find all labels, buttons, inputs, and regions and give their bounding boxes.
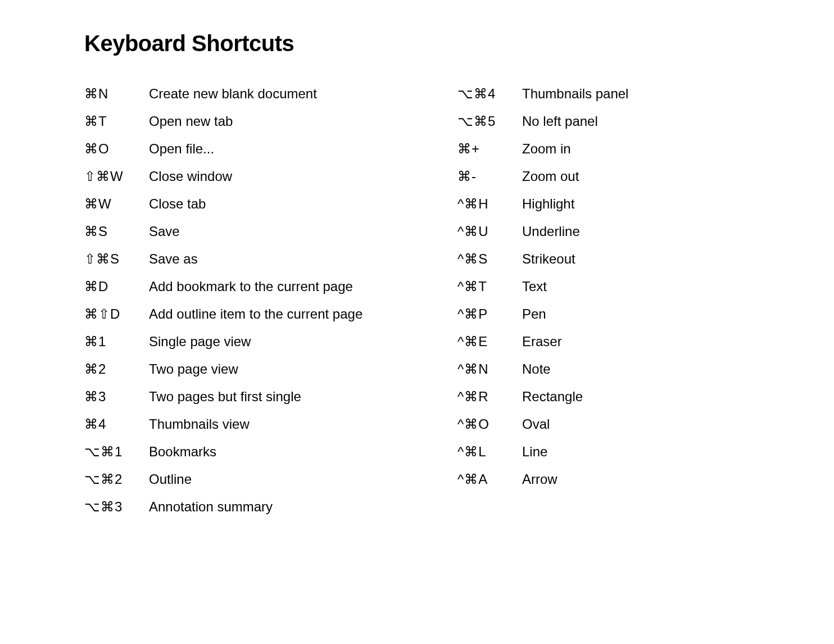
shortcut-row: ⌥⌘5No left panel	[457, 115, 750, 128]
shortcut-keys: ^⌘S	[457, 252, 522, 266]
shortcuts-page: Keyboard Shortcuts ⌘NCreate new blank do…	[0, 0, 834, 644]
shortcut-description: Zoom out	[522, 170, 579, 183]
shortcut-row: ^⌘NNote	[457, 362, 750, 376]
shortcut-row: ^⌘EEraser	[457, 335, 750, 348]
shortcut-row: ⇧⌘WClose window	[84, 170, 421, 183]
shortcut-keys: ^⌘P	[457, 307, 522, 321]
page-title: Keyboard Shortcuts	[84, 31, 750, 56]
shortcut-row: ⌘⇧DAdd outline item to the current page	[84, 307, 421, 321]
shortcut-row: ^⌘TText	[457, 280, 750, 293]
shortcut-description: Close tab	[149, 197, 206, 211]
shortcut-description: Two page view	[149, 362, 238, 376]
shortcut-keys: ⌥⌘3	[84, 500, 149, 514]
shortcut-keys: ⌘W	[84, 197, 149, 211]
shortcut-description: Text	[522, 280, 547, 293]
shortcut-description: Save as	[149, 252, 198, 266]
shortcut-row: ^⌘HHighlight	[457, 197, 750, 211]
shortcut-description: Single page view	[149, 335, 251, 348]
shortcut-description: Open file...	[149, 142, 214, 156]
shortcut-keys: ⌘-	[457, 170, 522, 183]
shortcut-row: ^⌘UUnderline	[457, 225, 750, 238]
shortcut-description: Annotation summary	[149, 500, 273, 514]
shortcut-keys: ⌘⇧D	[84, 307, 149, 321]
shortcut-keys: ^⌘R	[457, 390, 522, 403]
shortcut-keys: ⇧⌘W	[84, 170, 149, 183]
shortcut-keys: ^⌘O	[457, 418, 522, 431]
shortcut-row: ⌘OOpen file...	[84, 142, 421, 156]
shortcut-keys: ^⌘E	[457, 335, 522, 348]
shortcut-row: ⌘DAdd bookmark to the current page	[84, 280, 421, 293]
shortcut-row: ⌘TOpen new tab	[84, 115, 421, 128]
shortcut-row: ^⌘LLine	[457, 445, 750, 459]
shortcut-description: Create new blank document	[149, 87, 317, 101]
shortcut-description: Zoom in	[522, 142, 571, 156]
shortcut-keys: ⌥⌘2	[84, 473, 149, 486]
shortcut-keys: ⌘T	[84, 115, 149, 128]
shortcut-description: Arrow	[522, 473, 557, 486]
shortcut-row: ⌘+Zoom in	[457, 142, 750, 156]
shortcut-columns: ⌘NCreate new blank document⌘TOpen new ta…	[84, 87, 750, 528]
shortcut-row: ^⌘PPen	[457, 307, 750, 321]
shortcut-row: ⌥⌘1Bookmarks	[84, 445, 421, 459]
shortcut-row: ^⌘OOval	[457, 418, 750, 431]
shortcut-description: Thumbnails view	[149, 418, 250, 431]
shortcut-keys: ⌘2	[84, 362, 149, 376]
shortcut-keys: ^⌘H	[457, 197, 522, 211]
shortcut-keys: ^⌘T	[457, 280, 522, 293]
shortcut-row: ⌥⌘2Outline	[84, 473, 421, 486]
shortcut-column-right: ⌥⌘4Thumbnails panel⌥⌘5No left panel⌘+Zoo…	[457, 87, 750, 528]
shortcut-description: Bookmarks	[149, 445, 216, 459]
shortcut-keys: ^⌘A	[457, 473, 522, 486]
shortcut-keys: ⌥⌘5	[457, 115, 522, 128]
shortcut-description: Note	[522, 362, 551, 376]
shortcut-keys: ⌘+	[457, 142, 522, 156]
shortcut-row: ⌥⌘3Annotation summary	[84, 500, 421, 514]
shortcut-description: Pen	[522, 307, 546, 321]
shortcut-row: ⌘1Single page view	[84, 335, 421, 348]
shortcut-keys: ⌘4	[84, 418, 149, 431]
shortcut-keys: ⌘N	[84, 87, 149, 101]
shortcut-row: ⌘SSave	[84, 225, 421, 238]
shortcut-keys: ^⌘U	[457, 225, 522, 238]
shortcut-keys: ⌘3	[84, 390, 149, 403]
shortcut-row: ⌘3Two pages but first single	[84, 390, 421, 403]
shortcut-description: Add bookmark to the current page	[149, 280, 353, 293]
shortcut-row: ^⌘RRectangle	[457, 390, 750, 403]
shortcut-row: ^⌘SStrikeout	[457, 252, 750, 266]
shortcut-description: Rectangle	[522, 390, 583, 403]
shortcut-row: ⌘NCreate new blank document	[84, 87, 421, 101]
shortcut-description: Strikeout	[522, 252, 575, 266]
shortcut-keys: ⇧⌘S	[84, 252, 149, 266]
shortcut-row: ^⌘AArrow	[457, 473, 750, 486]
shortcut-description: Highlight	[522, 197, 574, 211]
shortcut-description: Close window	[149, 170, 232, 183]
shortcut-description: Eraser	[522, 335, 562, 348]
shortcut-keys: ⌘D	[84, 280, 149, 293]
shortcut-keys: ^⌘N	[457, 362, 522, 376]
shortcut-keys: ⌘O	[84, 142, 149, 156]
shortcut-keys: ⌥⌘1	[84, 445, 149, 459]
shortcut-row: ⌥⌘4Thumbnails panel	[457, 87, 750, 101]
shortcut-description: Oval	[522, 418, 550, 431]
shortcut-description: Two pages but first single	[149, 390, 301, 403]
shortcut-description: Add outline item to the current page	[149, 307, 362, 321]
shortcut-description: Save	[149, 225, 180, 238]
shortcut-row: ⌘-Zoom out	[457, 170, 750, 183]
shortcut-row: ⇧⌘SSave as	[84, 252, 421, 266]
shortcut-description: Line	[522, 445, 547, 459]
shortcut-description: Thumbnails panel	[522, 87, 628, 101]
shortcut-keys: ⌥⌘4	[457, 87, 522, 101]
shortcut-description: Outline	[149, 473, 192, 486]
shortcut-row: ⌘4Thumbnails view	[84, 418, 421, 431]
shortcut-keys: ^⌘L	[457, 445, 522, 459]
shortcut-description: No left panel	[522, 115, 598, 128]
shortcut-description: Underline	[522, 225, 580, 238]
shortcut-keys: ⌘S	[84, 225, 149, 238]
shortcut-keys: ⌘1	[84, 335, 149, 348]
shortcut-column-left: ⌘NCreate new blank document⌘TOpen new ta…	[84, 87, 421, 528]
shortcut-row: ⌘2Two page view	[84, 362, 421, 376]
shortcut-description: Open new tab	[149, 115, 233, 128]
shortcut-row: ⌘WClose tab	[84, 197, 421, 211]
